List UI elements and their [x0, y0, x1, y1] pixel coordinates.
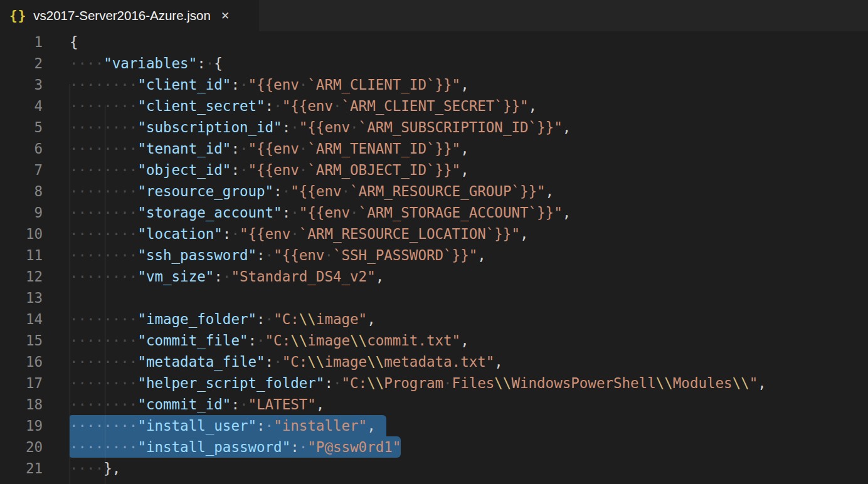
code-token: `ARM_RESOURCE_LOCATION`}}"	[299, 226, 520, 242]
tab-title: vs2017-Server2016-Azure.json	[33, 8, 211, 23]
code-token: \\	[656, 375, 673, 391]
whitespace-dot: ·	[129, 119, 138, 135]
line-number[interactable]: 20	[0, 436, 43, 458]
line-number[interactable]: 10	[0, 223, 43, 245]
line-number[interactable]: 16	[0, 351, 43, 372]
line-number[interactable]: 3	[0, 74, 43, 95]
code-token: "resource_group"	[137, 183, 273, 199]
code-line[interactable]: 5········"subscription_id":·"{{env·`ARM_…	[0, 117, 868, 138]
code-token: "C:	[265, 332, 291, 349]
code-line[interactable]: 18········"commit_id":·"LATEST",	[0, 394, 868, 415]
whitespace-dot: ·	[70, 162, 78, 178]
code-token: :	[223, 226, 231, 242]
line-number[interactable]: 15	[0, 330, 43, 351]
line-number[interactable]: 12	[0, 266, 43, 287]
whitespace-dot: ·	[95, 119, 104, 135]
code-token: `ARM_SUBSCRIPTION_ID`}}"	[359, 119, 563, 135]
whitespace-dot: ·	[129, 268, 138, 285]
code-line[interactable]: 8········"resource_group":·"{{env·`ARM_R…	[0, 181, 868, 202]
line-number[interactable]: 13	[0, 287, 43, 308]
whitespace-dot: ·	[129, 226, 138, 242]
line-number[interactable]: 7	[0, 159, 43, 181]
indent-guide-level-2	[105, 105, 105, 484]
editor-code-area[interactable]: 1{2····"variables":·{3········"client_id…	[0, 31, 868, 484]
code-line[interactable]: 9········"storage_account":·"{{env·`ARM_…	[0, 202, 868, 223]
code-line[interactable]: 3········"client_id":·"{{env·`ARM_CLIENT…	[0, 74, 868, 95]
whitespace-dot: ·	[95, 375, 104, 391]
code-token: ,	[477, 247, 486, 263]
code-token: :	[214, 268, 223, 285]
code-line[interactable]: 16········"metadata_file":·"C:\\image\\m…	[0, 351, 868, 372]
whitespace-dot: ·	[129, 162, 138, 178]
line-number[interactable]: 9	[0, 202, 43, 223]
code-token: :	[273, 183, 282, 199]
whitespace-dot: ·	[350, 204, 359, 221]
code-line[interactable]: 12········"vm_size":·"Standard_DS4_v2",	[0, 266, 868, 287]
whitespace-dot: ·	[342, 183, 351, 199]
code-token: "client_secret"	[137, 98, 265, 114]
code-line[interactable]: 15········"commit_file":·"C:\\image\\com…	[0, 330, 868, 351]
whitespace-dot: ·	[70, 98, 78, 114]
code-token: image"	[316, 311, 367, 327]
whitespace-dot: ·	[87, 204, 95, 221]
code-line[interactable]: 13	[0, 287, 868, 308]
code-line[interactable]: 4········"client_secret":·"{{env·`ARM_CL…	[0, 95, 868, 117]
line-number[interactable]: 18	[0, 394, 43, 415]
line-number[interactable]: 21	[0, 458, 43, 479]
line-number[interactable]: 14	[0, 308, 43, 330]
code-line[interactable]: 11········"ssh_password":·"{{env·`SSH_PA…	[0, 245, 868, 266]
whitespace-dot: ·	[70, 204, 78, 221]
close-icon[interactable]: ✕	[221, 0, 230, 31]
code-line[interactable]: 21····},	[0, 458, 868, 479]
code-line[interactable]: 17········"helper_script_folder":·"C:\\P…	[0, 372, 868, 394]
line-number[interactable]: 5	[0, 117, 43, 138]
code-line[interactable]: 10········"location":·"{{env·`ARM_RESOUR…	[0, 223, 868, 245]
whitespace-dot: ·	[120, 226, 129, 242]
tab-vs2017-server2016-azure[interactable]: {} vs2017-Server2016-Azure.json ✕	[0, 0, 259, 31]
json-file-icon: {}	[9, 0, 26, 31]
whitespace-dot: ·	[95, 396, 104, 413]
whitespace-dot: ·	[257, 332, 265, 349]
whitespace-dot: ·	[87, 140, 95, 157]
code-token: ,	[758, 375, 766, 391]
code-line[interactable]: 7········"object_id":·"{{env·`ARM_OBJECT…	[0, 159, 868, 181]
code-token: :	[231, 396, 240, 413]
code-line[interactable]: 2····"variables":·{	[0, 53, 868, 74]
whitespace-dot: ·	[112, 268, 121, 285]
code-token: ,	[460, 332, 469, 349]
code-token: commit.txt"	[367, 332, 460, 349]
code-token: "{{env	[290, 183, 341, 199]
code-token: ,	[546, 183, 554, 199]
whitespace-dot: ·	[87, 98, 95, 114]
whitespace-dot: ·	[120, 98, 129, 114]
line-number[interactable]: 6	[0, 138, 43, 159]
whitespace-dot: ·	[70, 375, 78, 391]
line-number[interactable]: 4	[0, 95, 43, 117]
whitespace-dot: ·	[290, 226, 299, 242]
code-line[interactable]: 19········"install_user":·"installer",	[0, 415, 868, 436]
indent-guide-level-1	[70, 84, 70, 484]
line-number[interactable]: 1	[0, 31, 43, 53]
code-token: "C:	[273, 311, 299, 327]
code-line[interactable]: 1{	[0, 31, 868, 53]
line-number[interactable]: 2	[0, 53, 43, 74]
whitespace-dot: ·	[87, 375, 95, 391]
code-token: `ARM_OBJECT_ID`}}"	[307, 162, 460, 178]
code-token: :	[231, 140, 240, 157]
code-line[interactable]: 6········"tenant_id":·"{{env·`ARM_TENANT…	[0, 138, 868, 159]
code-line[interactable]: 14········"image_folder":·"C:\\image",	[0, 308, 868, 330]
whitespace-dot: ·	[299, 140, 308, 157]
code-token: ,	[316, 396, 325, 413]
whitespace-dot: ·	[78, 332, 87, 349]
line-number[interactable]: 8	[0, 181, 43, 202]
line-number[interactable]: 19	[0, 415, 43, 436]
selection-newline-extension	[376, 430, 386, 431]
line-number[interactable]: 11	[0, 245, 43, 266]
whitespace-dot: ·	[265, 311, 274, 327]
code-token: :	[265, 354, 274, 370]
whitespace-dot: ·	[70, 140, 78, 157]
line-number[interactable]: 17	[0, 372, 43, 394]
whitespace-dot: ·	[87, 332, 95, 349]
code-token: `SSH_PASSWORD`}}"	[333, 247, 477, 263]
code-line[interactable]: 20········"install_password":·"P@ssw0rd1…	[0, 436, 868, 458]
